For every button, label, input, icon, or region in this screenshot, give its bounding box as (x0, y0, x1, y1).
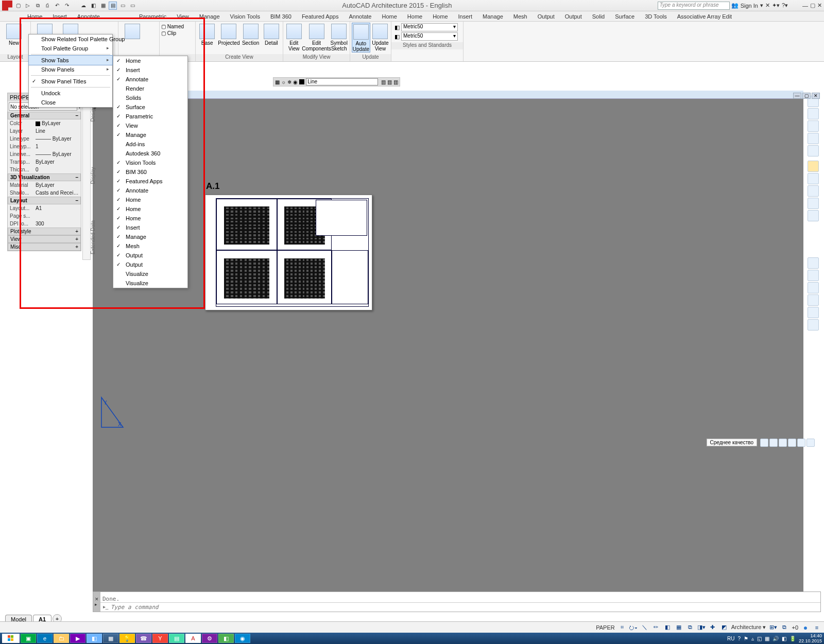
tab-item[interactable]: Home (377, 12, 401, 21)
update-view-button[interactable]: Update View (371, 23, 389, 51)
property-row[interactable]: ColorByLayer (8, 119, 81, 127)
status-icon[interactable]: ✏ (652, 623, 660, 632)
taskbar-app-icon[interactable]: Y (152, 634, 168, 643)
snap-tools[interactable] (808, 257, 820, 330)
tool-icon[interactable] (808, 185, 819, 197)
help-search-input[interactable]: Type a keyword or phrase (658, 2, 730, 10)
context-menu-item[interactable]: Annotate (113, 75, 187, 84)
style-select-2[interactable]: Metric50 (401, 32, 458, 41)
window-close-icon[interactable]: ✕ (817, 2, 822, 9)
context-menu-item[interactable]: Home (113, 56, 187, 65)
context-menu-item[interactable]: Insert (113, 223, 187, 232)
section-header[interactable]: View+ (8, 235, 81, 243)
status-icon[interactable]: ⧉ (686, 623, 694, 632)
taskbar-app-icon[interactable]: 💡 (119, 634, 135, 643)
app-menu-icon[interactable] (2, 1, 12, 11)
exchange-icon[interactable]: ✕ (765, 2, 770, 9)
taskbar-app-icon[interactable]: ◧ (87, 634, 102, 643)
tab-item[interactable]: Insert (48, 12, 72, 21)
status-icon[interactable]: ◧ (663, 623, 672, 632)
context-menu-item[interactable]: Mesh (113, 241, 187, 251)
named-item[interactable]: ▢ Named (161, 24, 184, 29)
online-icon[interactable]: 👥 (731, 2, 739, 9)
tool-icon[interactable] (808, 210, 819, 221)
tab-item[interactable]: Associative Array Edit (673, 12, 736, 21)
annotation-style[interactable]: Architecture ▾ (731, 624, 766, 631)
status-icon[interactable]: ◨▾ (697, 623, 706, 632)
taskbar-app-icon[interactable]: ▶ (70, 634, 85, 643)
layer-select[interactable]: Line (306, 78, 378, 85)
base-button[interactable]: Base (197, 23, 217, 46)
context-menu-item[interactable]: Show Tabs (28, 55, 113, 65)
context-menu-item[interactable]: Manage (113, 232, 187, 241)
snap-icon[interactable] (808, 270, 819, 281)
pencil-icon[interactable] (808, 161, 819, 172)
qat-undo-icon[interactable]: ↶ (53, 2, 61, 10)
tab-item[interactable]: Manage (195, 12, 225, 21)
auto-update-button[interactable]: Auto Update (352, 23, 370, 53)
help-icon[interactable]: ?▾ (782, 2, 788, 9)
context-menu-item[interactable]: Home (113, 214, 187, 223)
help-star-icon[interactable]: ✦▾ (772, 2, 780, 9)
tray-lang[interactable]: RU (727, 636, 734, 641)
sec-icon[interactable]: ▥ (381, 79, 386, 85)
doc-minimize-icon[interactable]: — (793, 93, 801, 99)
status-icon[interactable]: ⭮▾ (629, 623, 638, 632)
property-row[interactable]: Linewe...——— ByLayer (8, 150, 81, 158)
status-icon[interactable]: ⌗ (618, 623, 626, 632)
context-menu-item[interactable]: Visualize (113, 269, 187, 279)
context-menu-item[interactable]: Render (113, 84, 187, 93)
property-row[interactable]: Layout...A1 (8, 204, 81, 212)
section-header[interactable]: Misc+ (8, 243, 81, 251)
command-input[interactable] (111, 604, 820, 611)
viewcube-tools[interactable] (808, 96, 820, 156)
tray-help-icon[interactable]: ? (737, 636, 741, 641)
context-menu-item[interactable]: Parametric (113, 112, 187, 121)
nav-wheel-icon[interactable] (808, 108, 819, 119)
doc-close-icon[interactable]: ✕ (812, 93, 820, 99)
drawing-canvas[interactable]: Фасад... (93, 91, 803, 591)
nav-orbit-icon[interactable] (808, 145, 819, 156)
context-menu-item[interactable]: Output (113, 260, 187, 269)
drawing-tab-label[interactable]: Фасад... (93, 91, 803, 99)
side-tab-extended[interactable]: Extended Data (90, 217, 96, 258)
taskbar-app-icon[interactable]: e (37, 634, 53, 643)
context-menu-item[interactable]: Insert (113, 65, 187, 75)
nav-pan-icon[interactable] (808, 120, 819, 132)
tab-item[interactable]: Home (23, 12, 47, 21)
taskbar-app-icon[interactable]: ⚙ (202, 634, 217, 643)
context-menu-item[interactable]: View (113, 121, 187, 130)
property-row[interactable]: Linetyp...1 (8, 143, 81, 150)
editor-tools[interactable] (808, 161, 820, 221)
tray-icon[interactable]: ▵ (751, 636, 754, 641)
ribbon-button[interactable] (120, 23, 145, 46)
context-menu-item[interactable]: Tool Palette Group (29, 44, 112, 53)
property-row[interactable]: Page s... (8, 212, 81, 220)
sec-icon[interactable]: ▥ (393, 79, 398, 85)
paper-space-toggle[interactable]: PAPER (596, 624, 614, 631)
tray-icon[interactable]: 🔊 (772, 636, 779, 641)
status-icon[interactable]: ▦ (675, 623, 683, 632)
tray-clock[interactable]: 14:4022.10.2015 (799, 633, 822, 643)
mini-tool-icon[interactable] (779, 439, 787, 447)
status-icon[interactable]: ⧉ (780, 623, 788, 632)
context-menu-item[interactable]: Visualize (113, 279, 187, 288)
context-menu-item[interactable]: Output (113, 251, 187, 260)
projected-button[interactable]: Projected (218, 23, 239, 46)
window-minimize-icon[interactable]: — (802, 3, 808, 9)
context-menu-item[interactable]: Featured Apps (113, 177, 187, 186)
tab-item[interactable]: Mesh (509, 12, 532, 21)
mini-tool-icon[interactable] (769, 439, 778, 447)
sec-icon[interactable] (299, 79, 304, 84)
context-menu-item[interactable]: BIM 360 (113, 167, 187, 177)
property-row[interactable]: MaterialByLayer (8, 181, 81, 189)
new-layout-button[interactable]: New (2, 23, 26, 46)
tool-icon[interactable] (808, 198, 819, 209)
tab-item[interactable]: Vision Tools (226, 12, 265, 21)
nav-zoom-icon[interactable] (808, 133, 819, 144)
section-header[interactable]: Plot style+ (8, 228, 81, 235)
edit-view-button[interactable]: Edit View (285, 23, 303, 51)
edit-components-button[interactable]: Edit Components (304, 23, 329, 51)
section-button[interactable]: Section (241, 23, 261, 46)
detail-button[interactable]: Detail (262, 23, 281, 46)
